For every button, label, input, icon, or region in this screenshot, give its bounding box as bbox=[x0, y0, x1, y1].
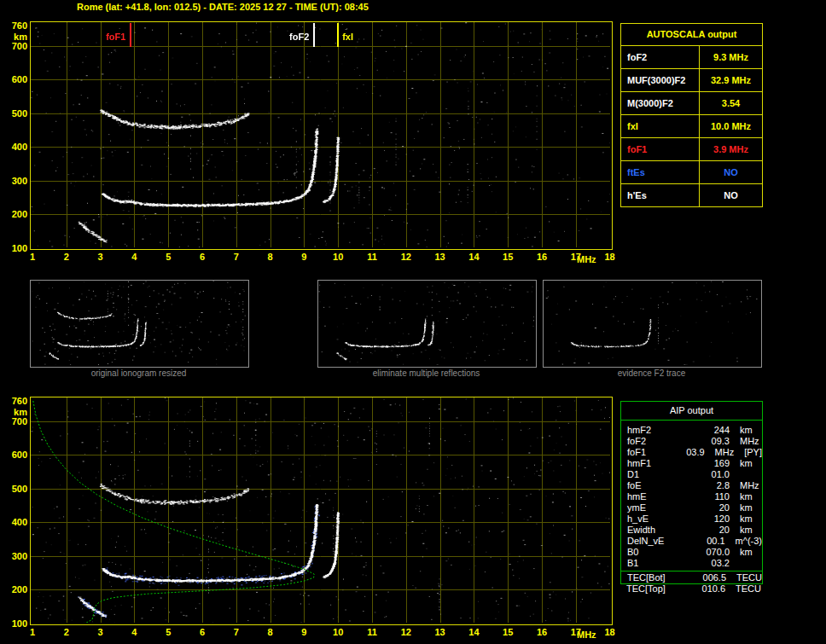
marker-label-fxI: fxI bbox=[342, 32, 353, 42]
aip-row-name: B1 bbox=[621, 558, 682, 569]
aip-row-value: 00.1 bbox=[679, 536, 724, 547]
y-axis-tick: 100 bbox=[4, 618, 27, 629]
y-axis-tick: 760 bbox=[4, 396, 27, 406]
y-axis-tick: 500 bbox=[4, 484, 27, 494]
autoscala-row: fxI10.0 MHz bbox=[621, 115, 762, 138]
x-axis-tick: 14 bbox=[463, 252, 484, 262]
ionogram-profile-plot bbox=[30, 397, 613, 625]
aip-row-unit: km bbox=[730, 425, 753, 436]
autoscala-row-value: 3.54 bbox=[700, 92, 762, 114]
x-axis-tick: 12 bbox=[396, 627, 416, 637]
x-axis-tick: 6 bbox=[192, 252, 212, 262]
x-axis-tick: 5 bbox=[158, 627, 178, 637]
autoscala-row-value: 10.0 MHz bbox=[700, 115, 762, 137]
aip-row-value: 20 bbox=[682, 502, 730, 513]
x-axis-tick: 2 bbox=[56, 252, 77, 262]
ionogram-main-canvas bbox=[31, 22, 610, 247]
y-axis-tick: 200 bbox=[4, 584, 27, 595]
aip-row-value: 03.2 bbox=[682, 558, 730, 569]
x-axis-tick: 14 bbox=[463, 627, 484, 637]
aip-row-name: D1 bbox=[621, 469, 682, 480]
aip-row: TEC[Top]010.6TECU bbox=[620, 583, 761, 595]
x-axis-tick: 7 bbox=[226, 627, 247, 637]
marker-label-foF1: foF1 bbox=[98, 32, 125, 42]
autoscala-row-label: ftEs bbox=[621, 161, 700, 183]
x-axis-tick: 10 bbox=[328, 627, 348, 637]
autoscala-row-value: NO bbox=[700, 184, 762, 206]
y-axis-tick: 400 bbox=[4, 142, 27, 152]
marker-label-foF2: foF2 bbox=[282, 32, 309, 42]
thumbnail-eliminate-canvas bbox=[318, 281, 534, 365]
aip-row: DelN_vE00.1m^(-3) bbox=[621, 536, 762, 547]
x-axis-tick: 2 bbox=[56, 627, 77, 637]
aip-row-name: TEC[Bot] bbox=[621, 572, 680, 583]
thumbnail-f2-canvas bbox=[544, 281, 759, 365]
aip-row-name: TEC[Top] bbox=[620, 583, 679, 595]
y-axis-tick: 200 bbox=[4, 209, 27, 219]
aip-row-value: 120 bbox=[682, 513, 730, 525]
y-axis-tick: 600 bbox=[4, 450, 27, 460]
aip-row-name: hmF1 bbox=[621, 458, 682, 469]
y-axis-tick: 500 bbox=[4, 108, 27, 119]
x-axis-tick: 7 bbox=[226, 252, 247, 262]
y-axis-tick: 700 bbox=[4, 41, 27, 51]
autoscala-row-label: M(3000)F2 bbox=[621, 92, 700, 114]
autoscala-row: ftEsNO bbox=[621, 161, 762, 184]
y-axis-unit-label: km bbox=[4, 407, 27, 417]
x-axis-tick: 8 bbox=[260, 252, 281, 262]
aip-row: B103.2 bbox=[621, 558, 762, 569]
aip-row-name: Ewidth bbox=[621, 525, 682, 536]
autoscala-row-value: 9.3 MHz bbox=[700, 46, 762, 68]
aip-row-name: hmE bbox=[621, 491, 682, 502]
aip-row-name: B0 bbox=[621, 547, 682, 558]
aip-row-unit: km bbox=[730, 491, 753, 502]
autoscala-table-rows: foF29.3 MHzMUF(3000)F232.9 MHzM(3000)F23… bbox=[621, 46, 762, 206]
aip-table-rows: hmF2244kmfoF209.3MHzfoF103.9MHz[PY]hmF11… bbox=[621, 421, 762, 583]
aip-row-unit: TECU bbox=[726, 572, 762, 583]
aip-output-table: AIP output hmF2244kmfoF209.3MHzfoF103.9M… bbox=[620, 401, 763, 584]
y-axis-tick: 300 bbox=[4, 551, 27, 561]
autoscala-row-value: 32.9 MHz bbox=[700, 69, 762, 91]
thumbnail-caption-original: original ionogram resized bbox=[30, 368, 247, 378]
aip-row-unit: km bbox=[730, 513, 753, 525]
aip-row-name: foE bbox=[621, 480, 682, 491]
y-axis-tick: 760 bbox=[4, 20, 27, 31]
x-axis-unit-label: MHz bbox=[577, 629, 602, 640]
aip-row-name: hmF2 bbox=[621, 425, 682, 436]
autoscala-row: h'EsNO bbox=[621, 184, 762, 206]
thumbnail-caption-eliminate: eliminate multiple reflections bbox=[317, 368, 535, 378]
x-axis-tick: 18 bbox=[600, 252, 620, 262]
aip-row-unit: km bbox=[730, 525, 753, 536]
aip-row-value: 070.0 bbox=[682, 547, 730, 558]
x-axis-tick: 8 bbox=[260, 627, 281, 637]
x-axis-tick: 4 bbox=[124, 627, 144, 637]
y-axis-tick: 600 bbox=[4, 74, 27, 84]
x-axis-tick: 15 bbox=[497, 627, 518, 637]
tec-top-row: TEC[Top]010.6TECU bbox=[620, 583, 761, 595]
x-axis-tick: 12 bbox=[396, 252, 416, 262]
x-axis-unit-label: MHz bbox=[577, 254, 602, 264]
aip-row: hmE110km bbox=[621, 491, 762, 502]
aip-row-unit: MHz bbox=[705, 447, 735, 458]
y-axis-tick: 400 bbox=[4, 517, 27, 527]
aip-row-name: foF2 bbox=[621, 436, 682, 447]
aip-row-value: 09.3 bbox=[682, 436, 730, 447]
aip-row-value: 2.8 bbox=[682, 480, 730, 491]
aip-row-unit: MHz bbox=[730, 480, 759, 491]
aip-row: foE2.8MHz bbox=[621, 480, 762, 491]
y-axis-tick: 700 bbox=[4, 416, 27, 426]
y-axis-tick: 100 bbox=[4, 243, 27, 253]
aip-row-unit: km bbox=[730, 547, 753, 558]
aip-row: B0070.0km bbox=[621, 547, 762, 558]
x-axis-tick: 10 bbox=[328, 252, 348, 262]
aip-row-name: foF1 bbox=[621, 447, 668, 458]
aip-row-value: 010.6 bbox=[679, 583, 725, 595]
aip-row-value: 20 bbox=[682, 525, 730, 536]
thumbnail-original-canvas bbox=[31, 281, 247, 365]
autoscala-row-value: NO bbox=[700, 161, 762, 183]
y-axis-tick: 300 bbox=[4, 176, 27, 186]
autoscala-row-label: h'Es bbox=[621, 184, 700, 206]
aip-row-name: ymE bbox=[621, 502, 682, 513]
aip-row-extra: [PY] bbox=[734, 447, 762, 458]
aip-row-unit: m^(-3) bbox=[725, 536, 762, 547]
